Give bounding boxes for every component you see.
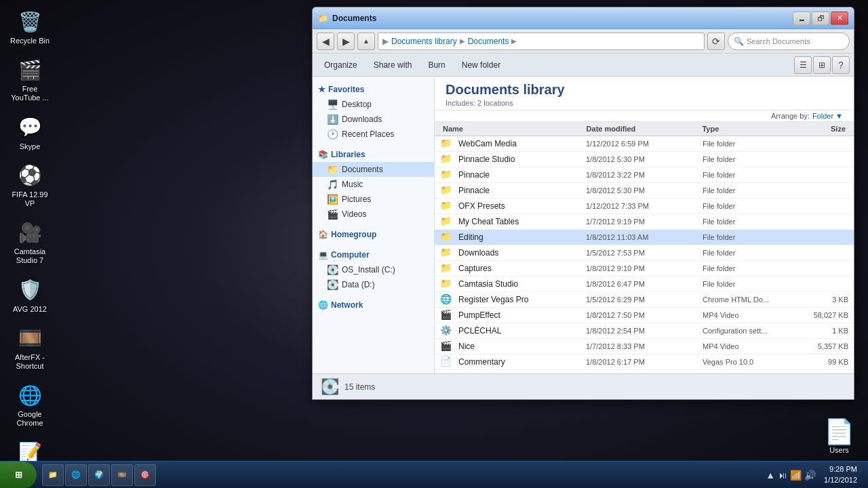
table-row[interactable]: 📁 Camtasia Studio 1/8/2012 6:47 PM File … (435, 277, 854, 292)
desktop-icon-fifa[interactable]: ⚽ FIFA 12.99 VP (5, 159, 54, 211)
view-list-button[interactable]: ☰ (794, 56, 812, 74)
desktop-icon-free-youtube[interactable]: 🎬 Free YouTube ... (5, 54, 54, 105)
downloads-sidebar-icon: ⬇️ (326, 114, 338, 125)
sidebar-computer-header[interactable]: 💻 Computer (313, 247, 434, 262)
table-row[interactable]: 🌐 Register Vegas Pro 1/5/2012 6:29 PM Ch… (435, 292, 854, 308)
sidebar-network-header[interactable]: 🌐 Network (313, 298, 434, 312)
sidebar-item-recent-places[interactable]: 🕐 Recent Places (313, 127, 434, 142)
sidebar-homegroup-header[interactable]: 🏠 Homegroup (313, 227, 434, 242)
file-list-area: Documents library Includes: 2 locations … (435, 77, 854, 373)
refresh-button[interactable]: ⟳ (707, 33, 725, 50)
desktop-icon-camtasia[interactable]: 🎥 Camtasia Studio 7 (5, 216, 54, 268)
file-date-cell: 1/8/2012 5:30 PM (586, 155, 703, 163)
sidebar-item-desktop[interactable]: 🖥️ Desktop (313, 97, 434, 112)
fifa-icon: ⚽ (16, 162, 43, 189)
sidebar-item-d-drive[interactable]: 💽 Data (D:) (313, 277, 434, 292)
folder-icon: 📁 (440, 200, 452, 212)
taskbar-misc-icon: 🎯 (140, 470, 150, 479)
table-row[interactable]: 🎬 PumpEffect 1/8/2012 7:50 PM MP4 Video … (435, 308, 854, 323)
tray-network-icon[interactable]: 📶 (790, 470, 802, 481)
breadcrumb-documents[interactable]: Documents (468, 37, 509, 46)
sidebar-recent-label: Recent Places (342, 129, 394, 139)
tray-icons: ▲ ⏯ 📶 🔊 (766, 470, 816, 481)
sidebar-item-c-drive[interactable]: 💽 OS_Install (C:) (313, 262, 434, 277)
help-button[interactable]: ? (832, 56, 850, 74)
address-path[interactable]: ▶ Documents library ▶ Documents ▶ (378, 33, 705, 50)
column-type[interactable]: Type (699, 123, 787, 134)
desktop-icon-skype[interactable]: 💬 Skype (5, 111, 54, 154)
taskbar-item-chrome[interactable]: 🌐 (65, 464, 87, 486)
taskbar-item-misc[interactable]: 🎯 (134, 464, 156, 486)
table-row[interactable]: ⚙️ PCLÉCHAL 1/8/2012 2:54 PM Configurati… (435, 323, 854, 339)
avg-label: AVG 2012 (8, 305, 52, 314)
sidebar-network-section: 🌐 Network (313, 298, 434, 312)
desktop-icon-users[interactable]: 📄 Users (824, 418, 854, 454)
explorer-content: ★ Favorites 🖥️ Desktop ⬇️ Downloads 🕐 Re… (313, 77, 854, 373)
html-icon: 🌐 (440, 293, 452, 306)
taskbar-clock[interactable]: 9:28 PM 1/12/2012 (818, 464, 863, 485)
table-row[interactable]: 📁 My Cheat Tables 1/7/2012 9:19 PM File … (435, 214, 854, 230)
table-row[interactable]: 📁 Pinnacle 1/8/2012 3:22 PM File folder (435, 167, 854, 183)
file-name-cell: 📁 Pinnacle (440, 184, 586, 197)
desktop-icon-afterfx[interactable]: 🎞️ AfterFX - Shortcut (5, 322, 54, 373)
tray-arrow-icon[interactable]: ▲ (766, 470, 775, 481)
sidebar-libraries-header[interactable]: 📚 Libraries (313, 147, 434, 162)
table-row[interactable]: 📁 OFX Presets 1/12/2012 7:33 PM File fol… (435, 199, 854, 214)
table-row[interactable]: 📁 Captures 1/8/2012 9:10 PM File folder (435, 261, 854, 277)
table-row[interactable]: 📁 Pinnacle Studio 1/8/2012 5:30 PM File … (435, 152, 854, 167)
view-details-button[interactable]: ⊞ (813, 56, 831, 74)
column-size[interactable]: Size (788, 123, 848, 134)
sidebar-favorites-header[interactable]: ★ Favorites (313, 82, 434, 97)
table-row[interactable]: 📁 WebCam Media 1/12/2012 6:59 PM File fo… (435, 136, 854, 152)
network-sidebar-icon: 🌐 (318, 300, 328, 310)
tray-media-icon[interactable]: ⏯ (778, 470, 787, 481)
arrange-folder-button[interactable]: Folder ▼ (812, 112, 843, 120)
taskbar-item-explorer[interactable]: 📁 (42, 464, 64, 486)
cfg-icon: ⚙️ (440, 325, 452, 337)
column-name[interactable]: Name (440, 123, 584, 134)
sidebar-item-music[interactable]: 🎵 Music (313, 177, 434, 192)
organize-button[interactable]: Organize (317, 56, 365, 74)
minimize-button[interactable]: 🗕 (793, 12, 810, 25)
maximize-button[interactable]: 🗗 (812, 12, 829, 25)
breadcrumb-libraries[interactable]: Documents library (391, 37, 457, 46)
table-row[interactable]: 📄 Commentary 1/8/2012 6:17 PM Vegas Pro … (435, 354, 854, 370)
share-with-button[interactable]: Share with (366, 56, 420, 74)
sidebar-computer-section: 💻 Computer 💽 OS_Install (C:) 💽 Data (D:) (313, 247, 434, 292)
sidebar-item-downloads[interactable]: ⬇️ Downloads (313, 112, 434, 127)
file-size-cell: 1 KB (790, 327, 848, 335)
desktop-icon-recycle-bin[interactable]: 🗑️ Recycle Bin (5, 5, 54, 48)
clock-time: 9:28 PM (824, 464, 857, 474)
column-date[interactable]: Date modified (584, 123, 700, 134)
close-button[interactable]: ✕ (831, 12, 848, 25)
library-subtitle: Includes: 2 locations (446, 99, 843, 107)
sidebar-item-documents[interactable]: 📁 Documents (313, 162, 434, 177)
desktop-icon-avg[interactable]: 🛡️ AVG 2012 (5, 274, 54, 317)
sidebar-item-videos[interactable]: 🎬 Videos (313, 207, 434, 222)
table-row[interactable]: 📁 Downloads 1/5/2012 7:53 PM File folder (435, 245, 854, 261)
taskbar-item-ie[interactable]: 🌍 (88, 464, 110, 486)
file-date-cell: 1/5/2012 7:53 PM (586, 249, 703, 257)
table-row[interactable]: 📁 Editing 1/8/2012 11:03 AM File folder (435, 230, 854, 245)
vegas-icon: 📄 (440, 356, 452, 368)
address-bar: ◀ ▶ ▲ ▶ Documents library ▶ Documents ▶ … (313, 29, 854, 54)
taskbar-item-afterfx[interactable]: 🎞️ (111, 464, 133, 486)
search-box[interactable]: 🔍 Search Documents (728, 33, 850, 50)
file-date-cell: 1/8/2012 3:22 PM (586, 171, 703, 179)
fifa-label: FIFA 12.99 VP (8, 190, 52, 208)
new-folder-button[interactable]: New folder (454, 56, 508, 74)
burn-button[interactable]: Burn (420, 56, 452, 74)
table-row[interactable]: 📁 Pinnacle 1/8/2012 5:30 PM File folder (435, 183, 854, 199)
table-row[interactable]: 🎬 Nice 1/7/2012 8:33 PM MP4 Video 5,357 … (435, 339, 854, 354)
library-title: Documents library (446, 82, 843, 98)
file-type-cell: MP4 Video (703, 311, 790, 319)
sidebar-desktop-label: Desktop (342, 100, 372, 109)
file-type-cell: File folder (703, 280, 790, 288)
start-button[interactable]: ⊞ (0, 462, 37, 489)
sidebar-item-pictures[interactable]: 🖼️ Pictures (313, 192, 434, 207)
back-button[interactable]: ◀ (317, 33, 334, 50)
start-windows-icon: ⊞ (15, 470, 22, 480)
desktop-icon-google-chrome[interactable]: 🌐 Google Chrome (5, 379, 54, 430)
tray-volume-icon[interactable]: 🔊 (804, 470, 816, 481)
forward-button[interactable]: ▶ (337, 33, 355, 50)
